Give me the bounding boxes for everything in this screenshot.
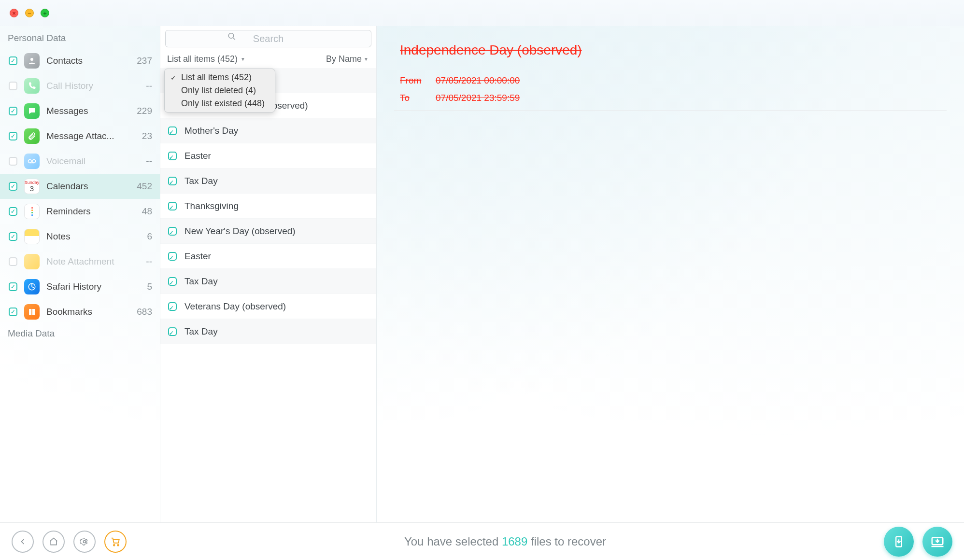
sidebar-item-label: Notes: [46, 231, 140, 242]
sidebar-item-cal[interactable]: Sunday3Calendars452: [0, 174, 160, 199]
sidebar-checkbox[interactable]: [9, 207, 17, 216]
detail-to-label: To: [400, 93, 436, 103]
list-row[interactable]: Thanksgiving: [160, 194, 376, 219]
svg-point-5: [228, 33, 234, 39]
sidebar-checkbox[interactable]: [9, 308, 17, 316]
filter-dropdown-trigger[interactable]: List all items (452) ▼: [167, 54, 245, 64]
home-button[interactable]: [43, 531, 65, 553]
item-checkbox[interactable]: [168, 327, 177, 336]
list-row[interactable]: Easter: [160, 244, 376, 269]
item-checkbox[interactable]: [168, 202, 177, 210]
sidebar-checkbox[interactable]: [9, 232, 17, 241]
item-checkbox[interactable]: [168, 252, 177, 261]
window-zoom-button[interactable]: [41, 9, 49, 17]
filter-option[interactable]: Only list existed (448): [165, 97, 275, 110]
main-area: Personal Data Contacts237Call History--M…: [0, 26, 964, 522]
chevron-down-icon: ▼: [364, 56, 369, 62]
list-row[interactable]: New Year's Day (observed): [160, 219, 376, 244]
search-input[interactable]: [165, 30, 371, 47]
sidebar-checkbox[interactable]: [9, 182, 17, 191]
list-row[interactable]: Easter: [160, 143, 376, 168]
sidebar-checkbox[interactable]: [9, 107, 17, 115]
item-label: Tax Day: [184, 176, 218, 186]
item-checkbox[interactable]: [168, 177, 177, 185]
sidebar-item-count: 23: [142, 131, 152, 141]
sort-dropdown-trigger[interactable]: By Name ▼: [326, 54, 369, 64]
filter-option[interactable]: Only list deleted (4): [165, 84, 275, 97]
item-label: New Year's Day (observed): [184, 226, 296, 237]
filter-bar: List all items (452) ▼ By Name ▼ ✓List a…: [160, 49, 376, 68]
svg-point-7: [84, 540, 86, 543]
back-button[interactable]: [12, 531, 34, 553]
sidebar-item-label: Voicemail: [46, 156, 139, 167]
settings-button[interactable]: [73, 531, 96, 553]
detail-to-value: 07/05/2021 23:59:59: [436, 93, 520, 103]
note-attachment-icon: [24, 254, 40, 269]
item-list[interactable]: Election DayIndependence Day (observed)M…: [160, 68, 376, 522]
notes-icon: [24, 229, 40, 244]
list-row[interactable]: Veterans Day (observed): [160, 294, 376, 319]
item-label: Thanksgiving: [184, 201, 239, 211]
sidebar-item-msg[interactable]: Messages229: [0, 98, 160, 124]
sidebar-item-msgatt[interactable]: Message Attac...23: [0, 124, 160, 149]
search-icon: [227, 32, 236, 43]
sidebar: Personal Data Contacts237Call History--M…: [0, 26, 160, 522]
sidebar-item-noteatt: Note Attachment--: [0, 249, 160, 274]
attachment-icon: [24, 128, 40, 144]
item-checkbox[interactable]: [168, 152, 177, 160]
bottom-bar: You have selected 1689 files to recover: [0, 522, 964, 560]
sidebar-item-book[interactable]: Bookmarks683: [0, 299, 160, 324]
sidebar-item-count: 5: [147, 281, 152, 292]
reminders-icon: [24, 204, 40, 219]
sidebar-checkbox[interactable]: [9, 282, 17, 291]
sidebar-checkbox[interactable]: [9, 56, 17, 65]
list-row[interactable]: Tax Day: [160, 168, 376, 194]
sidebar-item-label: Messages: [46, 106, 130, 116]
status-pre: You have selected: [404, 535, 502, 548]
window-minimize-button[interactable]: [25, 9, 34, 17]
detail-title: Independence Day (observed): [400, 42, 947, 58]
item-checkbox[interactable]: [168, 302, 177, 311]
sidebar-checkbox[interactable]: [9, 132, 17, 140]
item-checkbox[interactable]: [168, 227, 177, 236]
list-row[interactable]: Tax Day: [160, 319, 376, 344]
item-label: Veterans Day (observed): [184, 301, 286, 312]
sidebar-item-label: Calendars: [46, 181, 130, 192]
sidebar-item-label: Bookmarks: [46, 307, 130, 317]
item-label: Tax Day: [184, 326, 218, 337]
svg-point-1: [28, 160, 32, 163]
svg-point-0: [30, 58, 33, 61]
sidebar-section-personal: Personal Data: [0, 29, 160, 48]
sidebar-checkbox: [9, 257, 17, 266]
status-count: 1689: [502, 535, 527, 548]
filter-option[interactable]: ✓List all items (452): [165, 71, 275, 84]
phone-icon: [24, 78, 40, 94]
sidebar-item-notes[interactable]: Notes6: [0, 224, 160, 249]
item-checkbox[interactable]: [168, 277, 177, 286]
sidebar-item-label: Message Attac...: [46, 131, 135, 141]
sidebar-item-label: Reminders: [46, 206, 135, 217]
filter-dropdown[interactable]: ✓List all items (452)Only list deleted (…: [164, 69, 275, 112]
list-row[interactable]: Mother's Day: [160, 118, 376, 143]
item-column: List all items (452) ▼ By Name ▼ ✓List a…: [160, 26, 377, 522]
recover-to-computer-button[interactable]: [922, 527, 952, 557]
sort-current-label: By Name: [326, 54, 362, 64]
svg-point-2: [32, 160, 36, 163]
status-text: You have selected 1689 files to recover: [135, 535, 875, 548]
svg-point-9: [117, 544, 119, 546]
filter-option-label: Only list deleted (4): [181, 85, 256, 96]
window-close-button[interactable]: [10, 9, 18, 17]
sidebar-item-count: --: [146, 256, 152, 267]
sidebar-item-label: Safari History: [46, 281, 140, 292]
search-wrap: [160, 26, 376, 49]
detail-to-row: To 07/05/2021 23:59:59: [400, 93, 947, 103]
sidebar-item-contacts[interactable]: Contacts237: [0, 48, 160, 73]
item-checkbox[interactable]: [168, 126, 177, 135]
list-row[interactable]: Tax Day: [160, 269, 376, 294]
sidebar-checkbox: [9, 82, 17, 90]
recover-to-device-button[interactable]: [884, 527, 914, 557]
sidebar-item-count: 229: [137, 106, 152, 116]
sidebar-item-rem[interactable]: Reminders48: [0, 199, 160, 224]
cart-button[interactable]: [104, 531, 127, 553]
sidebar-item-safari[interactable]: Safari History5: [0, 274, 160, 299]
